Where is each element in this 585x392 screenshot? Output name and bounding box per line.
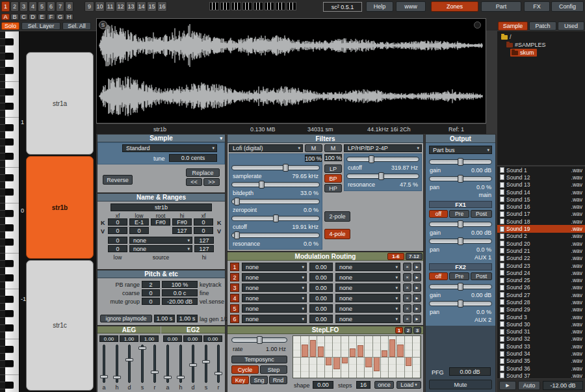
- browser-tab-sample[interactable]: Sample: [498, 21, 528, 31]
- steplfo-step-5[interactable]: [325, 336, 333, 378]
- eg2-h-handle[interactable]: [177, 376, 185, 379]
- output-button-H[interactable]: H: [65, 14, 73, 20]
- channel-button-11[interactable]: 11: [105, 1, 115, 12]
- black-key[interactable]: [5, 210, 14, 217]
- fx2-gain-slider-handle[interactable]: [458, 283, 463, 291]
- output-button-A[interactable]: A: [1, 14, 10, 20]
- lfo-tab-2[interactable]: 2: [404, 327, 412, 333]
- fx2-gain-slider[interactable]: [429, 284, 492, 289]
- aeg-d-handle[interactable]: [125, 358, 133, 361]
- zone-item-str1b[interactable]: str1b: [26, 156, 94, 259]
- part-button-4[interactable]: 4: [29, 1, 37, 12]
- waveform-channel-left[interactable]: [98, 21, 484, 70]
- shape-field[interactable]: 0.00: [313, 381, 333, 389]
- part-button-2[interactable]: 2: [10, 1, 19, 12]
- filter2-resonance-slider-handle[interactable]: [378, 172, 384, 180]
- xfade-hi-field[interactable]: 127: [194, 245, 214, 252]
- select-all-button[interactable]: Sel. All: [62, 22, 91, 30]
- pitch-field1-0[interactable]: 2: [142, 281, 160, 288]
- mod-row-5-source-select[interactable]: none▾: [242, 304, 307, 313]
- part-button-7[interactable]: 7: [56, 1, 64, 12]
- steplfo-step-12[interactable]: [381, 336, 389, 378]
- channel-button-15[interactable]: 15: [147, 1, 157, 12]
- pitch-field2-2[interactable]: -20.00 dB: [162, 298, 198, 305]
- aeg-s-handle[interactable]: [138, 346, 146, 350]
- help-button[interactable]: Help: [366, 1, 393, 12]
- black-key[interactable]: [5, 103, 14, 110]
- preview-level-field[interactable]: -12.00 dB: [543, 381, 583, 390]
- fx2-post-button[interactable]: Post: [471, 272, 492, 280]
- black-key[interactable]: [5, 88, 14, 96]
- sng-button[interactable]: Sng: [250, 376, 268, 384]
- waveform-channel-right[interactable]: [98, 72, 484, 120]
- mod-row-1-source-select[interactable]: none▾: [242, 263, 307, 271]
- key-low-field[interactable]: E-1: [129, 218, 149, 226]
- file-item-sound-25[interactable]: Sound 25.wav: [497, 276, 585, 283]
- nav-fx-tab[interactable]: FX: [524, 1, 550, 12]
- tree-item-2[interactable]: skum: [497, 49, 585, 57]
- filter2-2-pole-button[interactable]: 2-pole: [324, 211, 350, 222]
- mod-row-5-clear-button[interactable]: ×: [403, 304, 411, 313]
- black-key[interactable]: [5, 224, 14, 231]
- file-item-sound-2[interactable]: Sound 2.wav: [497, 233, 585, 240]
- steplfo-step-7[interactable]: [341, 336, 349, 378]
- filter2-4-pole-button[interactable]: 4-pole: [324, 229, 350, 239]
- output-button-G[interactable]: G: [56, 14, 64, 20]
- file-item-sound-1[interactable]: Sound 1.wav: [497, 166, 585, 174]
- channel-button-9[interactable]: 9: [84, 1, 94, 12]
- part-button-5[interactable]: 5: [38, 1, 46, 12]
- eg2-s-slider[interactable]: [205, 345, 207, 383]
- file-item-sound-31[interactable]: Sound 31.wav: [497, 328, 585, 335]
- piano-keyboard[interactable]: [5, 31, 20, 392]
- pfg-field[interactable]: 0.00 dB: [449, 367, 491, 376]
- replace-button[interactable]: Replace: [186, 168, 220, 177]
- mod-row-3-dest-select[interactable]: none▾: [335, 283, 400, 292]
- fx1-pre-button[interactable]: Pre: [449, 210, 469, 218]
- filter2-cutoff-slider-handle[interactable]: [369, 155, 374, 163]
- mod-row-5-amount-field[interactable]: 0.00: [309, 304, 333, 313]
- lag1-field[interactable]: 1.00 s: [154, 315, 175, 322]
- fx2-pre-button[interactable]: Pre: [449, 272, 469, 280]
- file-item-sound-36[interactable]: Sound 36.wav: [497, 365, 585, 372]
- waveform-display[interactable]: S: [96, 18, 486, 124]
- steplfo-step-4[interactable]: [317, 336, 325, 378]
- mod-row-1-amount-field[interactable]: 0.00: [309, 263, 333, 271]
- auto-preview-button[interactable]: Auto: [518, 381, 540, 390]
- steplfo-step-1[interactable]: [293, 336, 301, 378]
- filter1-bitdepth-slider-handle[interactable]: [259, 181, 265, 189]
- fx1-off-button[interactable]: off: [429, 210, 448, 218]
- vel-hi-field[interactable]: 127: [172, 227, 192, 234]
- black-key[interactable]: [5, 382, 14, 389]
- eg2-r-slider[interactable]: [217, 345, 220, 383]
- file-item-sound-24[interactable]: Sound 24.wav: [497, 269, 585, 276]
- mod-row-6-curve-button[interactable]: ▸: [413, 315, 421, 323]
- rnd-button[interactable]: Rnd: [269, 376, 287, 384]
- output-pan-slider[interactable]: [429, 176, 492, 181]
- channel-button-10[interactable]: 10: [95, 1, 105, 12]
- fx1-pan-slider[interactable]: [429, 239, 492, 244]
- tree-item-0[interactable]: /: [497, 33, 585, 41]
- filter1-resonance-slider[interactable]: [231, 233, 320, 238]
- file-item-sound-28[interactable]: Sound 28.wav: [497, 298, 585, 306]
- steplfo-rate-slider[interactable]: [231, 337, 287, 343]
- filter1-samplerate-slider[interactable]: [231, 165, 320, 170]
- filter2-mode-lp-button[interactable]: LP: [324, 164, 342, 173]
- black-key[interactable]: [5, 38, 14, 46]
- vel-xf-right-field[interactable]: 0: [194, 227, 213, 234]
- mod-row-3-clear-button[interactable]: ×: [403, 283, 411, 292]
- black-key[interactable]: [5, 324, 14, 332]
- eg2-value-1[interactable]: 0.00: [183, 335, 202, 342]
- fx1-post-button[interactable]: Post: [471, 210, 492, 218]
- load-button[interactable]: Load ▾: [396, 381, 421, 389]
- filter1-mix-field[interactable]: 100 %: [305, 155, 322, 162]
- filter2-resonance-slider[interactable]: [346, 174, 419, 179]
- fx2-pan-slider-handle[interactable]: [458, 300, 463, 307]
- mod-row-6-dest-select[interactable]: none▾: [335, 315, 400, 323]
- tree-item-1[interactable]: #SAMPLES: [497, 41, 585, 49]
- file-item-sound-14[interactable]: Sound 14.wav: [497, 189, 585, 196]
- zone-item-str1c[interactable]: str1c: [26, 260, 94, 391]
- black-key[interactable]: [5, 274, 14, 281]
- mod-row-5-curve-button[interactable]: ▸: [413, 304, 421, 313]
- steplfo-step-8[interactable]: [349, 336, 357, 378]
- output-bus-select[interactable]: Part bus▾: [429, 146, 492, 154]
